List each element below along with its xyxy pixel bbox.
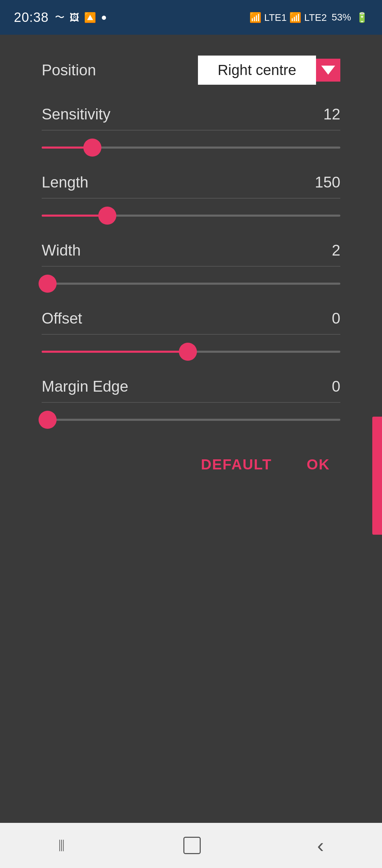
- margin-edge-section: Margin Edge 0: [42, 378, 340, 428]
- offset-header: Offset 0: [42, 310, 340, 327]
- sensitivity-thumb[interactable]: [83, 139, 101, 157]
- offset-fill: [42, 351, 188, 353]
- width-slider[interactable]: [42, 275, 340, 292]
- status-icons: 〜 🖼 🔼 ●: [55, 11, 107, 24]
- margin-edge-slider[interactable]: [42, 411, 340, 428]
- sensitivity-label: Sensitivity: [42, 106, 110, 123]
- margin-edge-header: Margin Edge 0: [42, 378, 340, 395]
- action-buttons: DEFAULT OK: [42, 449, 340, 480]
- width-track: [42, 283, 340, 285]
- image-icon: 🖼: [69, 12, 79, 23]
- main-content: Position Right centre Sensitivity 12 Len…: [0, 35, 382, 494]
- position-dropdown-container[interactable]: Right centre: [198, 56, 340, 85]
- menu-icon: ⦀: [58, 836, 67, 856]
- margin-edge-track: [42, 419, 340, 421]
- right-edge-bar: [372, 417, 382, 535]
- margin-edge-value: 0: [332, 378, 340, 395]
- sensitivity-divider: [42, 130, 340, 131]
- status-bar: 20:38 〜 🖼 🔼 ● 📶 LTE1 📶 LTE2 53% 🔋: [0, 0, 382, 35]
- width-divider: [42, 266, 340, 267]
- status-left: 20:38 〜 🖼 🔼 ●: [14, 10, 107, 25]
- nav-home-button[interactable]: [183, 837, 201, 854]
- width-label: Width: [42, 242, 81, 259]
- offset-slider[interactable]: [42, 343, 340, 360]
- nav-menu-button[interactable]: ⦀: [58, 836, 67, 856]
- status-right: 📶 LTE1 📶 LTE2 53% 🔋: [249, 12, 368, 23]
- ok-button[interactable]: OK: [303, 449, 333, 480]
- offset-thumb[interactable]: [179, 343, 197, 361]
- offset-label: Offset: [42, 310, 82, 327]
- width-thumb[interactable]: [39, 275, 57, 293]
- margin-edge-thumb[interactable]: [39, 411, 57, 429]
- length-fill: [42, 215, 107, 217]
- width-header: Width 2: [42, 242, 340, 259]
- position-dropdown-arrow[interactable]: [316, 59, 340, 82]
- offset-section: Offset 0: [42, 310, 340, 360]
- offset-value: 0: [332, 310, 340, 327]
- battery-percent: 53%: [332, 12, 351, 23]
- length-thumb[interactable]: [98, 207, 116, 225]
- data-icon: 🔼: [84, 12, 96, 23]
- sensitivity-section: Sensitivity 12: [42, 106, 340, 156]
- home-icon: [183, 837, 201, 854]
- status-time: 20:38: [14, 10, 49, 25]
- nav-back-button[interactable]: ‹: [317, 835, 324, 856]
- position-row: Position Right centre: [42, 56, 340, 85]
- sensitivity-header: Sensitivity 12: [42, 106, 340, 123]
- margin-edge-label: Margin Edge: [42, 378, 128, 395]
- length-value: 150: [315, 174, 340, 191]
- dot-icon: ●: [101, 12, 107, 23]
- width-value: 2: [332, 242, 340, 259]
- length-section: Length 150: [42, 174, 340, 224]
- length-label: Length: [42, 174, 89, 191]
- offset-divider: [42, 334, 340, 335]
- length-track: [42, 215, 340, 217]
- bottom-nav: ⦀ ‹: [0, 823, 382, 868]
- width-section: Width 2: [42, 242, 340, 292]
- length-header: Length 150: [42, 174, 340, 191]
- battery-icon: 🔋: [356, 12, 368, 23]
- default-button[interactable]: DEFAULT: [197, 449, 275, 480]
- signal-info: 📶 LTE1 📶 LTE2: [249, 12, 327, 23]
- sensitivity-value: 12: [323, 106, 340, 123]
- position-label: Position: [42, 61, 96, 79]
- margin-edge-divider: [42, 402, 340, 403]
- length-slider[interactable]: [42, 207, 340, 224]
- back-icon: ‹: [317, 835, 324, 856]
- length-divider: [42, 198, 340, 199]
- sensitivity-track: [42, 147, 340, 149]
- position-dropdown-value[interactable]: Right centre: [198, 56, 316, 85]
- hotspot-icon: 〜: [55, 11, 65, 24]
- offset-track: [42, 351, 340, 353]
- sensitivity-slider[interactable]: [42, 139, 340, 156]
